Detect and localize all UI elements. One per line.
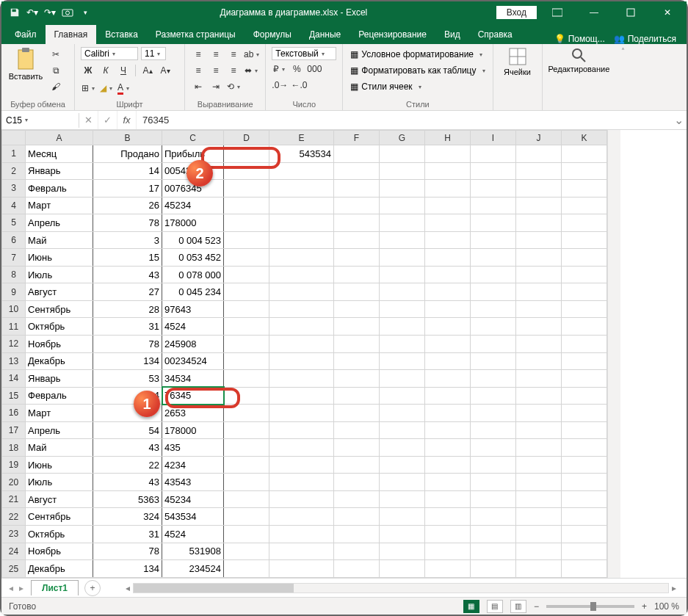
row-header-17[interactable]: 17 bbox=[2, 421, 26, 439]
cell-B1[interactable]: Продано bbox=[93, 145, 162, 163]
cell-D24[interactable] bbox=[224, 543, 269, 560]
bold-button[interactable]: Ж bbox=[81, 63, 95, 78]
row-header-1[interactable]: 1 bbox=[2, 145, 26, 163]
share-button[interactable]: 👥 Поделиться bbox=[614, 34, 676, 44]
row-header-12[interactable]: 12 bbox=[2, 336, 26, 353]
cell-C25[interactable]: 234524 bbox=[162, 560, 224, 578]
cell-C16[interactable]: 2653 bbox=[162, 405, 224, 422]
increase-indent-icon[interactable]: ⇥ bbox=[209, 79, 223, 94]
cell-A10[interactable]: Сентябрь bbox=[26, 300, 93, 318]
cell-C18[interactable]: 435 bbox=[162, 439, 224, 457]
minimize-icon[interactable]: — bbox=[578, 1, 610, 23]
cell-E5[interactable] bbox=[269, 214, 334, 232]
cell-A19[interactable]: Июнь bbox=[26, 456, 93, 474]
col-header-D[interactable]: D bbox=[224, 131, 269, 145]
vertical-scrollbar[interactable] bbox=[607, 130, 620, 578]
cell-B24[interactable]: 78 bbox=[93, 543, 162, 560]
cell-E15[interactable] bbox=[269, 387, 334, 405]
cell-B10[interactable]: 28 bbox=[93, 300, 162, 318]
tell-me-button[interactable]: 💡 Помощ... bbox=[554, 34, 605, 44]
cell-A25[interactable]: Декабрь bbox=[26, 560, 93, 578]
cell-D12[interactable] bbox=[224, 336, 269, 353]
cell-B9[interactable]: 27 bbox=[93, 283, 162, 301]
cell-C5[interactable]: 178000 bbox=[162, 214, 224, 232]
cell-C13[interactable]: 00234524 bbox=[162, 352, 224, 370]
row-header-22[interactable]: 22 bbox=[2, 508, 26, 526]
cell-E4[interactable] bbox=[269, 197, 334, 214]
cell-C4[interactable]: 45234 bbox=[162, 197, 224, 214]
cell-D9[interactable] bbox=[224, 283, 269, 301]
save-icon[interactable] bbox=[9, 5, 21, 20]
cell-A1[interactable]: Месяц bbox=[26, 145, 93, 163]
cell-A21[interactable]: Август bbox=[26, 490, 93, 508]
cell-B21[interactable]: 5363 bbox=[93, 490, 162, 508]
cell-A18[interactable]: Май bbox=[26, 439, 93, 457]
cell-C24[interactable]: 531908 bbox=[162, 543, 224, 560]
row-header-23[interactable]: 23 bbox=[2, 526, 26, 543]
cell-C21[interactable]: 45234 bbox=[162, 490, 224, 508]
cell-C22[interactable]: 543534 bbox=[162, 508, 224, 526]
cell-C19[interactable]: 4234 bbox=[162, 456, 224, 474]
tab-insert[interactable]: Вставка bbox=[96, 25, 147, 44]
cell-E18[interactable] bbox=[269, 439, 334, 457]
borders-icon[interactable]: ⊞ bbox=[81, 81, 95, 95]
row-header-6[interactable]: 6 bbox=[2, 231, 26, 249]
cell-E17[interactable] bbox=[269, 421, 334, 439]
cell-B17[interactable]: 54 bbox=[93, 421, 162, 439]
horizontal-scrollbar[interactable]: ◂ ▸ bbox=[123, 583, 679, 593]
align-left-icon[interactable]: ≡ bbox=[191, 63, 206, 78]
enter-formula-icon[interactable]: ✓ bbox=[98, 111, 117, 129]
cell-D11[interactable] bbox=[224, 318, 269, 336]
col-header-I[interactable]: I bbox=[471, 131, 516, 145]
cell-C15[interactable]: 76345 bbox=[162, 387, 224, 405]
maximize-icon[interactable] bbox=[615, 1, 647, 23]
col-header-G[interactable]: G bbox=[380, 131, 425, 145]
cell-D16[interactable] bbox=[224, 405, 269, 422]
cell-A20[interactable]: Июль bbox=[26, 474, 93, 491]
cell-E1[interactable]: 543534 bbox=[269, 145, 334, 163]
redo-icon[interactable]: ↷▾ bbox=[44, 5, 56, 20]
col-header-B[interactable]: B bbox=[93, 131, 162, 145]
cell-A16[interactable]: Март bbox=[26, 405, 93, 422]
cell-B18[interactable]: 43 bbox=[93, 439, 162, 457]
row-header-15[interactable]: 15 bbox=[2, 387, 26, 405]
paste-button[interactable]: Вставить bbox=[7, 47, 44, 81]
tab-help[interactable]: Справка bbox=[469, 25, 521, 44]
cell-E25[interactable] bbox=[269, 560, 334, 578]
percent-icon[interactable]: % bbox=[289, 62, 304, 76]
cell-B5[interactable]: 78 bbox=[93, 214, 162, 232]
collapse-ribbon-icon[interactable]: ˄ bbox=[616, 44, 631, 110]
format-painter-icon[interactable]: 🖌 bbox=[48, 79, 63, 94]
normal-view-icon[interactable]: ▦ bbox=[463, 600, 479, 613]
page-break-view-icon[interactable]: ▥ bbox=[510, 600, 526, 613]
add-sheet-icon[interactable]: + bbox=[84, 580, 101, 596]
cell-B14[interactable]: 53 bbox=[93, 370, 162, 388]
cell-A12[interactable]: Ноябрь bbox=[26, 336, 93, 353]
cell-E10[interactable] bbox=[269, 300, 334, 318]
cell-E9[interactable] bbox=[269, 283, 334, 301]
cell-E2[interactable] bbox=[269, 162, 334, 180]
editing-button[interactable]: Редактирование bbox=[548, 47, 610, 73]
font-size-select[interactable]: 11 bbox=[141, 47, 166, 60]
row-header-20[interactable]: 20 bbox=[2, 474, 26, 491]
cell-E14[interactable] bbox=[269, 370, 334, 388]
row-header-3[interactable]: 3 bbox=[2, 180, 26, 198]
cell-E11[interactable] bbox=[269, 318, 334, 336]
tab-formulas[interactable]: Формулы bbox=[245, 25, 300, 44]
qat-more-icon[interactable]: ▾ bbox=[79, 5, 91, 20]
cell-B22[interactable]: 324 bbox=[93, 508, 162, 526]
copy-icon[interactable]: ⧉ bbox=[48, 63, 63, 78]
tab-home[interactable]: Главная bbox=[46, 25, 97, 44]
zoom-slider[interactable] bbox=[546, 605, 634, 608]
currency-icon[interactable]: ₽ bbox=[272, 62, 286, 76]
cell-D7[interactable] bbox=[224, 249, 269, 267]
cell-B25[interactable]: 134 bbox=[93, 560, 162, 578]
cell-B20[interactable]: 43 bbox=[93, 474, 162, 491]
cell-A22[interactable]: Сентябрь bbox=[26, 508, 93, 526]
cell-C9[interactable]: 0 045 234 bbox=[162, 283, 224, 301]
row-header-11[interactable]: 11 bbox=[2, 318, 26, 336]
select-all-corner[interactable] bbox=[2, 131, 26, 145]
cell-B12[interactable]: 78 bbox=[93, 336, 162, 353]
cell-E8[interactable] bbox=[269, 266, 334, 283]
cell-C20[interactable]: 43543 bbox=[162, 474, 224, 491]
